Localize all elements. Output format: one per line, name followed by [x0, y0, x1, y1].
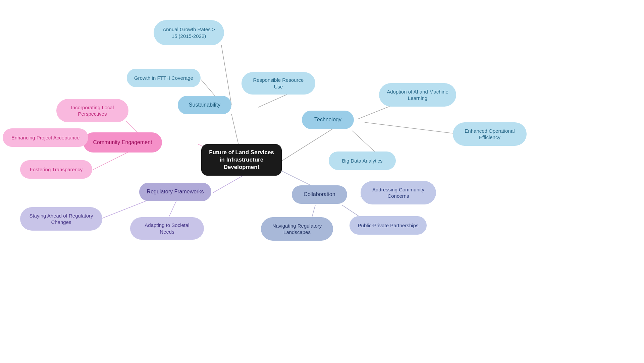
- staying-ahead-label: Staying Ahead of Regulatory Changes: [28, 213, 95, 226]
- ftth-label: Growth in FTTH Coverage: [134, 75, 193, 81]
- regulatory-frameworks-node: Regulatory Frameworks: [139, 183, 211, 201]
- big-data-label: Big Data Analytics: [342, 158, 383, 164]
- ai-ml-node: Adoption of AI and Machine Learning: [379, 83, 456, 107]
- incorporating-label: Incorporating Local Perspectives: [64, 104, 121, 117]
- responsible-label: Responsible Resource Use: [249, 77, 308, 90]
- community-engagement-node: Community Engagement: [83, 132, 162, 153]
- center-label: Future of Land Services in Infrastructur…: [209, 149, 274, 171]
- enhancing-label: Enhancing Project Acceptance: [11, 134, 79, 141]
- enhancing-node: Enhancing Project Acceptance: [3, 128, 88, 147]
- big-data-node: Big Data Analytics: [329, 152, 396, 170]
- ftth-node: Growth in FTTH Coverage: [127, 69, 201, 87]
- fostering-node: Fostering Transparency: [20, 160, 92, 179]
- efficiency-node: Enhanced Operational Efficiency: [453, 122, 527, 146]
- addressing-node: Addressing Community Concerns: [361, 181, 436, 204]
- staying-ahead-node: Staying Ahead of Regulatory Changes: [20, 207, 102, 231]
- ai-ml-label: Adoption of AI and Machine Learning: [386, 88, 449, 102]
- incorporating-node: Incorporating Local Perspectives: [56, 99, 128, 122]
- responsible-node: Responsible Resource Use: [241, 72, 315, 95]
- navigating-label: Navigating Regulatory Landscapes: [268, 223, 326, 236]
- adapting-label: Adapting to Societal Needs: [138, 222, 197, 235]
- fostering-label: Fostering Transparency: [30, 166, 83, 173]
- public-private-label: Public-Private Partnerships: [358, 222, 419, 229]
- technology-label: Technology: [314, 116, 341, 123]
- regulatory-frameworks-label: Regulatory Frameworks: [147, 188, 204, 195]
- center-node: Future of Land Services in Infrastructur…: [201, 144, 282, 176]
- collaboration-node: Collaboration: [292, 185, 347, 204]
- efficiency-label: Enhanced Operational Efficiency: [460, 128, 519, 141]
- community-engagement-label: Community Engagement: [93, 139, 152, 146]
- sustainability-label: Sustainability: [189, 102, 220, 109]
- annual-growth-node: Annual Growth Rates > 15 (2015-2022): [154, 20, 224, 45]
- navigating-node: Navigating Regulatory Landscapes: [261, 217, 333, 241]
- technology-node: Technology: [302, 111, 354, 129]
- annual-growth-label: Annual Growth Rates > 15 (2015-2022): [161, 26, 217, 39]
- collaboration-label: Collaboration: [304, 191, 335, 198]
- public-private-node: Public-Private Partnerships: [350, 216, 427, 235]
- sustainability-node: Sustainability: [178, 96, 231, 114]
- adapting-node: Adapting to Societal Needs: [130, 217, 204, 240]
- addressing-label: Addressing Community Concerns: [368, 186, 429, 199]
